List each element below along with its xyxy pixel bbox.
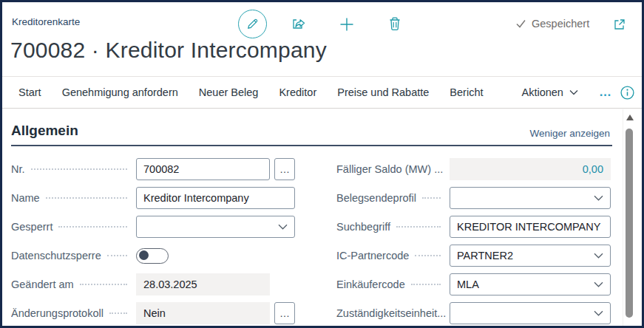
dotted-leader [109,312,127,314]
menu-neuer-beleg[interactable]: Neuer Beleg [199,86,259,98]
dotted-leader [58,226,127,228]
dotted-leader [46,197,127,199]
aenderungsprotokoll-value: Nein [136,302,270,324]
menu-aktionen[interactable]: Aktionen [522,86,578,98]
info-icon [620,86,634,100]
edit-button[interactable] [238,10,267,38]
field-label-zustaendigkeitseinheit: Zuständigkeitseinheit... [336,307,446,319]
menu-genehmigung-anfordern[interactable]: Genehmigung anfordern [62,86,178,98]
saved-status: Gespeichert [515,18,589,30]
datenschutzsperre-toggle[interactable] [136,248,169,264]
field-row-geaendert-am: Geändert am 28.03.2025 [11,273,295,295]
field-row-einkaeufercode: Einkäufercode MLA [336,273,614,295]
aenderungsprotokoll-assist-button[interactable]: … [274,302,295,324]
field-row-aenderungsprotokoll: Änderungsprotokoll Nein … [11,302,295,324]
name-input[interactable]: Kreditor Intercompany [136,187,295,209]
select-value: MLA [457,279,594,290]
suchbegriff-input[interactable]: KREDITOR INTERCOMPANY [450,216,611,238]
chevron-down-icon [594,195,603,201]
new-button[interactable] [339,17,354,32]
dotted-leader [415,255,441,256]
field-row-faelliger-saldo: Fälliger Saldo (MW) ... 0,00 [336,158,614,180]
faelliger-saldo-value[interactable]: 0,00 [450,158,611,180]
delete-button[interactable] [388,16,401,31]
nr-input[interactable]: 700082 [136,158,270,180]
scrollbar-thumb[interactable] [626,129,633,318]
breadcrumb[interactable]: Kreditorenkarte [12,16,80,27]
ic-partnercode-select[interactable]: PARTNER2 [450,245,611,267]
einkaeufercode-select[interactable]: MLA [450,273,611,295]
menu-overflow-button[interactable]: … [599,85,613,100]
field-row-zustaendigkeitseinheit: Zuständigkeitseinheit... [336,302,614,324]
field-label-aenderungsprotokoll: Änderungsprotokoll [11,307,104,319]
field-row-name: Name Kreditor Intercompany [11,187,295,209]
vendor-card-window: Kreditorenkarte Gespeichert [0,0,644,328]
field-row-suchbegriff: Suchbegriff KREDITOR INTERCOMPANY [336,216,614,238]
chevron-down-icon [569,89,578,95]
field-label-belegsendeprofil: Belegsendeprofil [336,192,416,204]
field-label-datenschutzsperre: Datenschutzsperre [11,250,101,262]
section-divider [11,145,612,146]
show-less-link[interactable]: Weniger anzeigen [529,128,610,139]
chevron-down-icon [278,224,288,230]
page-title: 700082 · Kreditor Intercompany [10,38,327,63]
saved-status-label: Gespeichert [532,18,589,30]
select-value: PARTNER2 [457,250,594,262]
dotted-leader [80,284,127,285]
nr-assist-button[interactable]: … [274,158,295,180]
info-button[interactable] [620,86,634,100]
field-row-belegsendeprofil: Belegsendeprofil [336,187,614,209]
pencil-icon [245,17,260,31]
dotted-leader [396,226,441,228]
field-label-name: Name [11,192,40,204]
vertical-scrollbar [623,109,636,326]
field-label-ic-partnercode: IC-Partnercode [336,250,409,262]
dotted-leader [31,168,127,170]
field-label-faelliger-saldo: Fälliger Saldo (MW) ... [336,163,443,175]
field-label-gesperrt: Gesperrt [11,221,52,233]
field-row-gesperrt: Gesperrt [11,216,295,238]
dotted-leader [422,197,441,199]
field-row-datenschutzsperre: Datenschutzsperre [11,245,295,267]
belegsendeprofil-select[interactable] [450,187,611,209]
open-new-window-icon [613,18,626,31]
menu-aktionen-label: Aktionen [522,86,563,98]
zustaendigkeitseinheit-select[interactable] [450,302,611,324]
check-icon [515,18,526,29]
scroll-up-arrow[interactable] [626,115,634,120]
chevron-down-icon [594,281,603,287]
menu-kreditor[interactable]: Kreditor [279,86,316,98]
field-row-nr: Nr. 700082 … [11,158,295,180]
field-label-geaendert-am: Geändert am [11,279,74,290]
chevron-down-icon [594,253,603,259]
geaendert-am-value: 28.03.2025 [136,273,270,295]
dotted-leader [107,255,127,256]
field-label-nr: Nr. [11,163,25,175]
share-button[interactable] [291,16,308,32]
field-row-ic-partnercode: IC-Partnercode PARTNER2 [336,245,614,267]
menu-start[interactable]: Start [18,86,41,98]
share-icon [291,16,308,32]
menu-bericht[interactable]: Bericht [450,86,483,98]
gesperrt-select[interactable] [136,216,295,238]
toggle-knob [139,250,149,260]
field-label-suchbegriff: Suchbegriff [336,221,390,233]
open-new-window-button[interactable] [613,18,626,31]
trash-icon [388,16,401,31]
section-allgemein-title[interactable]: Allgemein [11,123,78,139]
plus-icon [339,17,354,32]
menu-preise-und-rabatte[interactable]: Preise und Rabatte [337,86,429,98]
chevron-down-icon [594,310,603,316]
command-bar: Start Genehmigung anfordern Neuer Beleg … [2,76,642,109]
field-label-einkaeufercode: Einkäufercode [336,279,405,290]
dotted-leader [411,284,441,285]
